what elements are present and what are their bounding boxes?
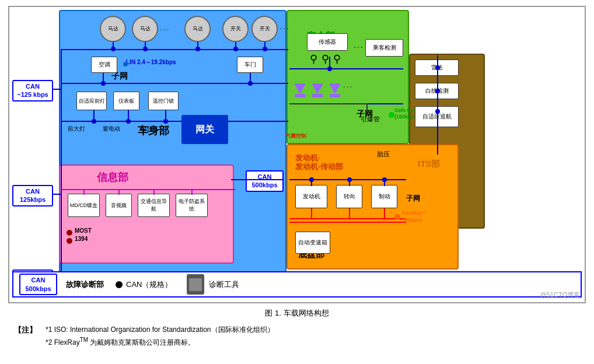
main-vline xyxy=(61,49,62,291)
adaptive-box: 自适应前灯 xyxy=(76,92,107,110)
most-label: MOST xyxy=(75,228,92,234)
fuse-vline xyxy=(366,103,368,116)
green-bus1 xyxy=(289,68,403,69)
info-vline3 xyxy=(153,189,155,195)
lin-dot xyxy=(123,62,128,66)
orange-dot1 xyxy=(309,177,314,182)
triangle3 xyxy=(329,83,341,94)
green-dot1 xyxy=(327,66,332,71)
sensor-shape3: ⚲ xyxy=(333,52,341,65)
can-bottom-box: CAN 500kbps xyxy=(19,274,57,295)
brake-box: 制动 xyxy=(371,185,397,208)
aircon-box: 空调 xyxy=(91,57,117,73)
dashboard-box: 仪表板 xyxy=(113,92,139,110)
airbag-ctrl-label: 气囊控制 xyxy=(285,132,306,140)
remote-box: 遥控门锁 xyxy=(148,92,179,110)
sensor-icon2 xyxy=(310,74,324,97)
av-box: 音视频 xyxy=(106,194,132,217)
its-section-title: ITS部 xyxy=(418,159,440,170)
second-bus-line xyxy=(61,83,288,84)
fuse-hline xyxy=(289,103,368,104)
diag-tool-icon xyxy=(187,274,204,295)
green-dots: ··· xyxy=(354,42,364,51)
orange-dot3 xyxy=(382,177,387,182)
its-dot2 xyxy=(435,89,440,93)
note1: *1 ISO: International Organization for S… xyxy=(46,324,274,335)
bottom-bar: CAN 500kbps 故障诊断部 CAN（规格） 诊断工具 xyxy=(12,271,582,298)
bus-dot4 xyxy=(233,47,238,51)
bus-dot2 xyxy=(143,47,148,51)
vline-remote xyxy=(165,110,166,121)
most-dot xyxy=(67,230,72,236)
fault-label: 故障诊断部 xyxy=(66,279,104,290)
door-box: 车门 xyxy=(237,57,263,73)
info-bus xyxy=(61,189,236,190)
flexray-line1 xyxy=(289,218,406,219)
watermark: @51CTO博客 xyxy=(540,290,580,299)
ieee1394-label: 1394 xyxy=(75,236,88,242)
its-dot1 xyxy=(435,65,440,70)
can1-connector xyxy=(53,89,62,90)
autotrans-box: 自动变速箱 xyxy=(295,232,330,254)
flexray-label2: (5Mbps) xyxy=(402,217,422,223)
tm-sup: TM xyxy=(80,337,88,343)
switch1-node: 开关 xyxy=(222,16,249,42)
flexray-dot xyxy=(394,214,400,220)
page-wrapper: 车身部 安全部 ITS部 信息部 发动机· 发动机·传动部 底盘部 子网 子网 … xyxy=(0,0,594,357)
sensor-icon1 xyxy=(292,74,307,97)
gateway-box: 网关 xyxy=(181,115,228,144)
safebywire-dot xyxy=(389,112,394,118)
sensor-shape2: ⚲ xyxy=(322,52,329,65)
switches-dots: ··· xyxy=(279,23,290,33)
motors-dots: ··· xyxy=(160,24,170,34)
can3-connector xyxy=(231,179,284,180)
motor1-node: 马达 xyxy=(100,16,126,42)
bus2-dot1 xyxy=(101,81,106,86)
notes-content: *1 ISO: International Organization for S… xyxy=(46,324,274,348)
note2: *2 FlexRayTM 为戴姆勒克莱斯勒公司注册商标。 xyxy=(46,335,274,348)
caption-text: 图 1. 车载网络构想 xyxy=(265,309,329,317)
orange-dot2 xyxy=(347,177,352,182)
caption-area: 图 1. 车载网络构想 xyxy=(8,308,586,318)
its-vline xyxy=(437,55,438,155)
can-box-2: CAN 125kbps xyxy=(12,185,53,206)
info-vline1 xyxy=(83,189,85,195)
bus-dot1 xyxy=(111,47,116,51)
bus-dot5 xyxy=(263,47,267,51)
flexray-line2 xyxy=(289,222,406,223)
steering-box: 转向 xyxy=(336,185,362,208)
note-area: 【注】 *1 ISO: International Organization f… xyxy=(8,321,586,351)
sensor-icon3 xyxy=(327,74,342,97)
red-vline3 xyxy=(384,208,385,219)
triangle-base3 xyxy=(330,94,340,97)
window-label: 窗电动 xyxy=(103,125,120,133)
can-box-3: CAN 500kbps xyxy=(246,170,284,192)
motor2-node: 马达 xyxy=(132,16,158,42)
vline-dashboard xyxy=(128,110,129,121)
red-vline1 xyxy=(311,208,312,219)
tire-label: 胎压 xyxy=(377,150,390,159)
diag-tool-label: 诊断工具 xyxy=(209,279,239,290)
headlight-label: 前大灯 xyxy=(68,125,85,133)
sensor-shape1: ⚲ xyxy=(310,52,317,65)
can2-connector xyxy=(53,194,62,195)
red-vline2 xyxy=(349,208,350,219)
info-vline2 xyxy=(118,189,120,195)
traffic-nav-box: 交通信息导航 xyxy=(138,194,170,217)
security-box: 电子防盗系统 xyxy=(176,194,208,217)
its-dot3 xyxy=(435,109,440,114)
chassis-subnet-label: 子网 xyxy=(406,194,420,204)
triangle2 xyxy=(312,83,323,94)
top-bus-line xyxy=(61,49,288,50)
info-vline4 xyxy=(191,189,193,195)
motor3-node: 马达 xyxy=(184,16,211,42)
ieee1394-dot xyxy=(67,238,72,244)
sensor-area: 传感器 ⚲ ⚲ ⚲ xyxy=(307,33,354,65)
notes-prefix: 【注】 xyxy=(14,324,37,348)
switch2-node: 开关 xyxy=(251,16,278,42)
combo-label: 组合灯 xyxy=(141,125,158,133)
bus2-dot2 xyxy=(248,81,253,86)
diag-screen xyxy=(189,278,202,291)
mdcd-box: MD/CD碟盒 xyxy=(68,194,100,217)
triangle-base1 xyxy=(295,94,305,97)
